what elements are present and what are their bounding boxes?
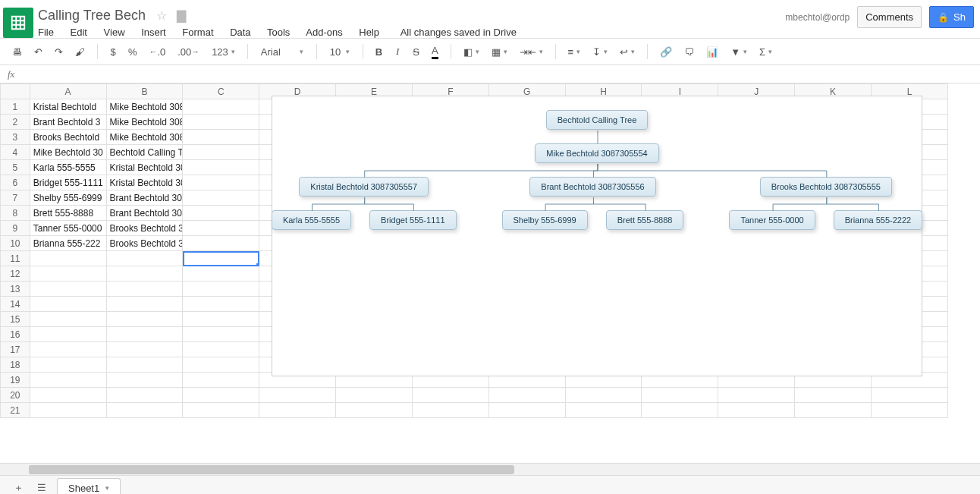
grid[interactable]: ABCDEFGHIJKL1Kristal BechtoldMike Bechto… bbox=[0, 83, 980, 463]
cell-L20[interactable] bbox=[871, 388, 947, 403]
cell-B11[interactable] bbox=[106, 251, 183, 266]
cell-C13[interactable] bbox=[183, 282, 259, 297]
cell-L21[interactable] bbox=[871, 403, 947, 418]
cell-C4[interactable] bbox=[183, 145, 259, 160]
undo-icon[interactable]: ↶ bbox=[30, 43, 47, 61]
cell-J20[interactable] bbox=[718, 388, 795, 403]
row-header-12[interactable]: 12 bbox=[1, 266, 30, 282]
comments-button[interactable]: Comments bbox=[857, 6, 922, 28]
insert-link-icon[interactable]: 🔗 bbox=[655, 43, 677, 61]
row-header-11[interactable]: 11 bbox=[1, 251, 30, 266]
redo-icon[interactable]: ↷ bbox=[50, 43, 68, 61]
cell-B15[interactable] bbox=[106, 312, 183, 327]
folder-icon[interactable]: ▇ bbox=[177, 9, 186, 22]
row-header-19[interactable]: 19 bbox=[1, 373, 30, 388]
cell-B14[interactable] bbox=[106, 297, 183, 312]
paint-format-icon[interactable]: 🖌 bbox=[71, 43, 90, 61]
cell-F20[interactable] bbox=[412, 388, 488, 403]
row-header-3[interactable]: 3 bbox=[1, 130, 30, 145]
cell-C15[interactable] bbox=[183, 312, 259, 327]
cell-B12[interactable] bbox=[106, 266, 183, 282]
v-align-button[interactable]: ↧ bbox=[588, 43, 612, 61]
cell-A20[interactable] bbox=[30, 388, 106, 403]
row-header-7[interactable]: 7 bbox=[1, 190, 30, 206]
cell-B1[interactable]: Mike Bechtold 3087305554 bbox=[106, 99, 183, 115]
cell-A8[interactable]: Brett 555-8888 bbox=[30, 206, 106, 221]
star-icon[interactable]: ☆ bbox=[156, 9, 167, 22]
cell-C8[interactable] bbox=[183, 206, 259, 221]
row-header-14[interactable]: 14 bbox=[1, 297, 30, 312]
cell-C20[interactable] bbox=[183, 388, 259, 403]
strikethrough-button[interactable]: S bbox=[408, 43, 424, 61]
cell-C19[interactable] bbox=[183, 373, 259, 388]
row-header-20[interactable]: 20 bbox=[1, 388, 30, 403]
cell-A6[interactable]: Bridget 555-1111 bbox=[30, 175, 106, 190]
cell-B20[interactable] bbox=[106, 388, 183, 403]
cell-B4[interactable]: Bechtold Calling Tree bbox=[106, 145, 183, 160]
cell-A2[interactable]: Brant Bechtold 3 bbox=[30, 115, 106, 130]
cell-A15[interactable] bbox=[30, 312, 106, 327]
merge-cells-button[interactable]: ⇥⇤ bbox=[515, 43, 548, 61]
cell-A5[interactable]: Karla 555-5555 bbox=[30, 160, 106, 175]
cell-H20[interactable] bbox=[565, 388, 642, 403]
cell-A18[interactable] bbox=[30, 357, 106, 373]
row-header-2[interactable]: 2 bbox=[1, 115, 30, 130]
cell-C10[interactable] bbox=[183, 236, 259, 251]
formula-bar[interactable]: fx bbox=[0, 65, 980, 83]
cell-E21[interactable] bbox=[336, 403, 413, 418]
row-header-4[interactable]: 4 bbox=[1, 145, 30, 160]
scrollbar-thumb[interactable] bbox=[29, 465, 514, 474]
row-header-13[interactable]: 13 bbox=[1, 282, 30, 297]
cell-C16[interactable] bbox=[183, 327, 259, 342]
cell-B13[interactable] bbox=[106, 282, 183, 297]
sheet-tab-menu-icon[interactable]: ▾ bbox=[105, 484, 109, 492]
add-sheet-button[interactable]: ＋ bbox=[11, 478, 27, 495]
cell-C9[interactable] bbox=[183, 221, 259, 236]
decrease-decimal[interactable]: ←.0 bbox=[145, 43, 171, 61]
horizontal-scrollbar[interactable] bbox=[0, 463, 980, 475]
user-email[interactable]: mbechtol@ordp bbox=[785, 12, 850, 23]
cell-I21[interactable] bbox=[642, 403, 718, 418]
cell-C7[interactable] bbox=[183, 190, 259, 206]
cell-F21[interactable] bbox=[412, 403, 488, 418]
cell-B19[interactable] bbox=[106, 373, 183, 388]
cell-A3[interactable]: Brooks Bechtold bbox=[30, 130, 106, 145]
number-format-dropdown[interactable]: 123 bbox=[207, 43, 240, 61]
bold-button[interactable]: B bbox=[371, 43, 387, 61]
col-header-B[interactable]: B bbox=[106, 84, 183, 99]
cell-D20[interactable] bbox=[259, 388, 336, 403]
cell-C11[interactable] bbox=[183, 251, 259, 266]
cell-B6[interactable]: Kristal Bechtold 3087305557 bbox=[106, 175, 183, 190]
cell-B21[interactable] bbox=[106, 403, 183, 418]
menu-file[interactable]: File bbox=[38, 27, 54, 38]
cell-A7[interactable]: Shelby 555-6999 bbox=[30, 190, 106, 206]
cell-B7[interactable]: Brant Bechtold 3087305556 bbox=[106, 190, 183, 206]
cell-A16[interactable] bbox=[30, 327, 106, 342]
cell-A14[interactable] bbox=[30, 297, 106, 312]
cell-A10[interactable]: Brianna 555-222 bbox=[30, 236, 106, 251]
cell-C6[interactable] bbox=[183, 175, 259, 190]
fill-color-button[interactable]: ◧ bbox=[459, 43, 484, 61]
row-header-18[interactable]: 18 bbox=[1, 357, 30, 373]
sheet-tab[interactable]: Sheet1 ▾ bbox=[57, 478, 121, 495]
cell-A1[interactable]: Kristal Bechtold bbox=[30, 99, 106, 115]
text-color-button[interactable]: A bbox=[427, 42, 443, 62]
cell-C12[interactable] bbox=[183, 266, 259, 282]
cell-A4[interactable]: Mike Bechtold 30 bbox=[30, 145, 106, 160]
cell-C1[interactable] bbox=[183, 99, 259, 115]
row-header-6[interactable]: 6 bbox=[1, 175, 30, 190]
cell-A11[interactable] bbox=[30, 251, 106, 266]
menu-format[interactable]: Format bbox=[182, 27, 213, 38]
cell-H21[interactable] bbox=[565, 403, 642, 418]
h-align-button[interactable]: ≡ bbox=[564, 43, 586, 61]
row-header-5[interactable]: 5 bbox=[1, 160, 30, 175]
row-header-8[interactable]: 8 bbox=[1, 206, 30, 221]
cell-A12[interactable] bbox=[30, 266, 106, 282]
cell-B16[interactable] bbox=[106, 327, 183, 342]
filter-icon[interactable]: ▼ bbox=[726, 43, 752, 61]
col-header-A[interactable]: A bbox=[30, 84, 106, 99]
cell-C2[interactable] bbox=[183, 115, 259, 130]
increase-decimal[interactable]: .00→ bbox=[173, 43, 204, 61]
cell-E20[interactable] bbox=[336, 388, 413, 403]
cell-B17[interactable] bbox=[106, 342, 183, 357]
